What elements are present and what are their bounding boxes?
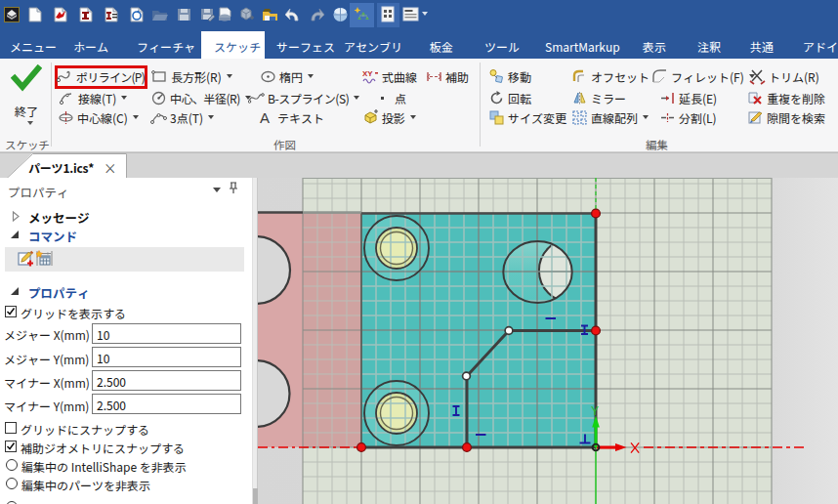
- svg-text:A: A: [260, 109, 270, 126]
- svg-text:XY: XY: [362, 69, 373, 78]
- svg-text:Y: Y: [591, 404, 599, 418]
